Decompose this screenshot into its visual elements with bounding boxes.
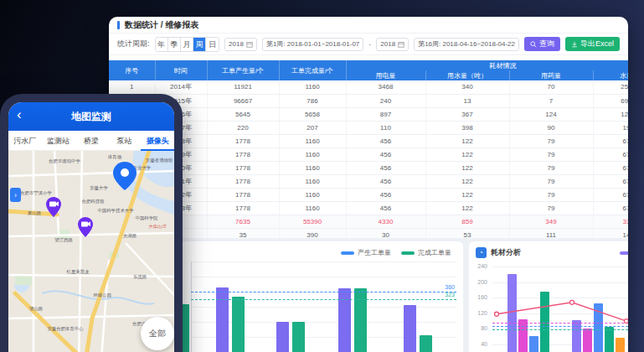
table-cell: 340 (425, 80, 509, 94)
table-cell: 1160 (279, 134, 346, 148)
phone-mockup: ‹ 地图监测 污水厂监测站桥梁泵站摄像头 (0, 94, 183, 352)
bar (594, 303, 603, 352)
map-label: 合肥科技馆 (82, 198, 105, 204)
period-segmented-control[interactable]: 年季月周日 (155, 37, 220, 52)
year-start-select[interactable]: 2018 (224, 38, 257, 51)
bar (507, 274, 517, 352)
period-option-周[interactable]: 周 (193, 38, 206, 51)
table-cell: 110 (346, 121, 425, 134)
table-cell: 67 (593, 174, 628, 188)
bar-产生工单量 (338, 288, 351, 352)
table-cell: 5645 (207, 107, 279, 121)
table-cell: 67 (593, 134, 628, 148)
gridline (492, 267, 628, 267)
phone-screen: ‹ 地图监测 污水厂监测站桥梁泵站摄像头 (8, 102, 174, 352)
map-label: 体育场 (108, 153, 121, 160)
table-cell: 122 (425, 201, 509, 215)
table-cell: 250 (593, 80, 628, 94)
table-cell: 67 (593, 188, 628, 201)
map-canvas[interactable]: 合肥市琥珀中学体育场安徽农业大学安徽省博物馆合肥市宁溪小学黄山路安徽大学合肥科技… (8, 151, 174, 352)
map-label: 中国科学院 (136, 215, 158, 221)
charts-strip: 产生工单量完成工单量 360323 ◔ 耗材分析 240200160120804… (109, 238, 628, 352)
table-cell: 90 (509, 121, 593, 134)
table-cell: 456 (346, 174, 425, 188)
table-cell: 220 (207, 121, 279, 134)
map-label: 大华山庄 (148, 223, 167, 230)
period-option-月[interactable]: 月 (181, 38, 193, 51)
table-cell: 1778 (207, 148, 279, 161)
legend-swatch (341, 251, 354, 255)
table-cell: 122 (425, 174, 509, 188)
table-cell: 79 (509, 148, 593, 161)
table-row: 82021年177811604561227967 (109, 174, 628, 188)
tab-泵站[interactable]: 泵站 (108, 131, 142, 151)
bar-产生工单量 (276, 322, 289, 352)
camera-marker-icon[interactable] (77, 216, 94, 241)
period-option-年[interactable]: 年 (156, 38, 168, 51)
table-row: 72020年177811604561227967 (109, 161, 628, 174)
app-header: ‹ 地图监测 (8, 102, 174, 131)
y-tick-label: 160 (471, 294, 487, 300)
col-header-time: 时间 (155, 60, 207, 80)
table-row: 32016年56455658897367124129 (109, 107, 628, 121)
back-chevron-icon[interactable]: ‹ (17, 106, 22, 123)
camera-marker-icon[interactable] (45, 196, 62, 221)
table-cell: 122 (425, 161, 509, 174)
table-cell: 2014年 (155, 80, 207, 94)
y-axis-line (191, 261, 192, 352)
reference-line (492, 326, 628, 327)
table-cell: 122 (425, 188, 509, 201)
tab-污水厂[interactable]: 污水厂 (8, 131, 42, 151)
table-cell: 1160 (279, 161, 346, 174)
period-option-季[interactable]: 季 (168, 38, 181, 51)
map-label: 安徽省博物馆 (146, 157, 173, 163)
show-all-button[interactable]: 全部 (141, 317, 174, 350)
download-icon (571, 41, 578, 48)
gridline (191, 307, 456, 308)
table-row: 52018年177811604561227967 (109, 134, 628, 148)
col-subheader: 用药量 (509, 70, 593, 80)
table-cell: 1778 (207, 174, 279, 188)
table-cell: 1778 (207, 134, 279, 148)
legend-item-完成工单量[interactable]: 完成工单量 (401, 248, 451, 257)
year-end-select[interactable]: 2018 (376, 38, 409, 51)
export-excel-button[interactable]: 导出Excel (565, 37, 620, 51)
table-row: 102023年177811604561227967 (109, 201, 628, 215)
bar-产生工单量 (404, 305, 416, 352)
selected-location-pin[interactable] (112, 161, 137, 194)
reference-line (191, 292, 456, 292)
table-cell: 79 (509, 201, 593, 215)
tab-摄像头[interactable]: 摄像头 (141, 131, 174, 151)
col-header-completed: 工单完成量/个 (279, 60, 346, 80)
legend-swatch[interactable] (620, 251, 628, 255)
query-button[interactable]: 查询 (524, 37, 560, 51)
range-start-input[interactable]: 第1周: 2018-01-01~2018-01-07 (262, 38, 363, 51)
table-cell: 70 (509, 80, 593, 94)
period-option-日[interactable]: 日 (206, 38, 219, 51)
expand-panel-button[interactable]: › (10, 188, 21, 202)
tab-桥梁[interactable]: 桥梁 (75, 131, 108, 151)
gridline (191, 277, 456, 277)
map-label: 望江西路 (54, 236, 73, 243)
tab-监测站[interactable]: 监测站 (42, 131, 75, 151)
table-cell: 79 (509, 188, 593, 201)
chart-title-row: ◔ 耗材分析 (476, 247, 521, 258)
table-cell: 122 (425, 148, 509, 161)
range-separator: - (368, 40, 371, 49)
table-cell: 456 (346, 201, 425, 215)
map-label: 东流路 (133, 273, 147, 280)
range-end-input[interactable]: 第16周: 2018-04-16~2018-04-22 (414, 38, 519, 51)
legend-item-产生工单量[interactable]: 产生工单量 (341, 248, 391, 257)
table-cell: 367 (425, 107, 509, 121)
bar (583, 329, 592, 352)
table-cell: 129 (593, 107, 628, 121)
bar-产生工单量 (216, 287, 229, 352)
bar (572, 320, 581, 352)
col-subheader: 用水量（吨） (425, 70, 509, 80)
breadcrumb-bar: 数据统计 / 维修报表 (109, 17, 628, 34)
table-cell: 67 (593, 161, 628, 174)
map-label: 望山路 (29, 305, 43, 312)
filter-bar: 统计周期: 年季月周日 2018 第1周: 2018-01-01~2018-01… (109, 34, 628, 55)
table-row: 92022年177811604561227967 (109, 188, 628, 201)
col-header-consumables-group: 耗材情况 (346, 60, 628, 70)
